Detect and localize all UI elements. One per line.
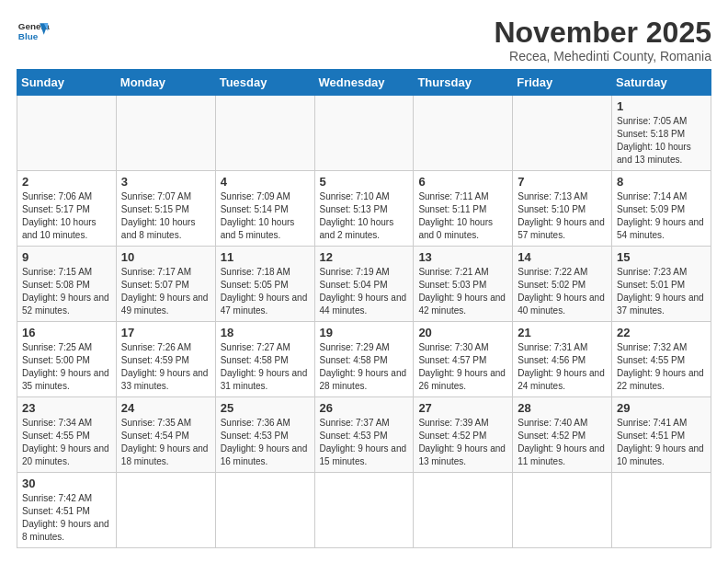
calendar-cell: 28Sunrise: 7:40 AM Sunset: 4:52 PM Dayli… xyxy=(513,397,612,473)
day-number: 24 xyxy=(121,401,210,415)
calendar-cell: 2Sunrise: 7:06 AM Sunset: 5:17 PM Daylig… xyxy=(17,171,117,247)
calendar-cell xyxy=(513,96,612,171)
day-info: Sunrise: 7:31 AM Sunset: 4:56 PM Dayligh… xyxy=(518,341,607,393)
column-header-sunday: Sunday xyxy=(17,70,117,96)
column-header-thursday: Thursday xyxy=(414,70,513,96)
title-area: November 2025 Recea, Mehedinti County, R… xyxy=(494,17,711,63)
column-header-saturday: Saturday xyxy=(612,70,711,96)
day-number: 14 xyxy=(518,250,607,264)
calendar-cell: 29Sunrise: 7:41 AM Sunset: 4:51 PM Dayli… xyxy=(612,397,711,473)
calendar-cell xyxy=(215,473,314,548)
calendar-cell: 9Sunrise: 7:15 AM Sunset: 5:08 PM Daylig… xyxy=(17,247,117,322)
day-info: Sunrise: 7:37 AM Sunset: 4:53 PM Dayligh… xyxy=(320,417,409,468)
calendar-cell xyxy=(612,473,711,548)
day-info: Sunrise: 7:30 AM Sunset: 4:57 PM Dayligh… xyxy=(418,341,507,393)
day-number: 30 xyxy=(22,477,111,490)
day-number: 10 xyxy=(121,250,210,264)
day-info: Sunrise: 7:19 AM Sunset: 5:04 PM Dayligh… xyxy=(320,266,409,317)
calendar-week-row: 23Sunrise: 7:34 AM Sunset: 4:55 PM Dayli… xyxy=(17,397,711,473)
calendar-cell: 27Sunrise: 7:39 AM Sunset: 4:52 PM Dayli… xyxy=(414,397,513,473)
calendar-cell: 15Sunrise: 7:23 AM Sunset: 5:01 PM Dayli… xyxy=(612,247,711,322)
day-number: 17 xyxy=(121,326,210,339)
calendar-cell: 12Sunrise: 7:19 AM Sunset: 5:04 PM Dayli… xyxy=(314,247,414,322)
calendar-cell: 1Sunrise: 7:05 AM Sunset: 5:18 PM Daylig… xyxy=(612,96,711,171)
day-info: Sunrise: 7:36 AM Sunset: 4:53 PM Dayligh… xyxy=(221,417,310,468)
day-number: 13 xyxy=(418,250,507,264)
day-number: 29 xyxy=(617,401,706,415)
day-info: Sunrise: 7:39 AM Sunset: 4:52 PM Dayligh… xyxy=(418,417,507,468)
calendar-cell: 6Sunrise: 7:11 AM Sunset: 5:11 PM Daylig… xyxy=(414,171,513,247)
day-info: Sunrise: 7:06 AM Sunset: 5:17 PM Dayligh… xyxy=(22,190,111,242)
calendar-cell xyxy=(116,473,215,548)
calendar-cell: 26Sunrise: 7:37 AM Sunset: 4:53 PM Dayli… xyxy=(314,397,414,473)
calendar-cell: 14Sunrise: 7:22 AM Sunset: 5:02 PM Dayli… xyxy=(513,247,612,322)
calendar-cell: 3Sunrise: 7:07 AM Sunset: 5:15 PM Daylig… xyxy=(116,171,215,247)
calendar-subtitle: Recea, Mehedinti County, Romania xyxy=(494,49,711,63)
calendar-cell xyxy=(314,96,414,171)
column-header-friday: Friday xyxy=(513,70,612,96)
calendar-title: November 2025 xyxy=(494,17,711,49)
calendar-cell: 20Sunrise: 7:30 AM Sunset: 4:57 PM Dayli… xyxy=(414,322,513,397)
day-number: 15 xyxy=(617,250,706,264)
day-info: Sunrise: 7:34 AM Sunset: 4:55 PM Dayligh… xyxy=(22,417,111,468)
day-info: Sunrise: 7:07 AM Sunset: 5:15 PM Dayligh… xyxy=(121,190,210,242)
day-number: 4 xyxy=(221,175,310,189)
day-number: 22 xyxy=(617,326,706,339)
day-info: Sunrise: 7:22 AM Sunset: 5:02 PM Dayligh… xyxy=(518,266,607,317)
day-info: Sunrise: 7:41 AM Sunset: 4:51 PM Dayligh… xyxy=(617,417,706,468)
calendar-cell: 5Sunrise: 7:10 AM Sunset: 5:13 PM Daylig… xyxy=(314,171,414,247)
day-info: Sunrise: 7:40 AM Sunset: 4:52 PM Dayligh… xyxy=(518,417,607,468)
day-number: 5 xyxy=(320,175,409,189)
day-number: 27 xyxy=(418,401,507,415)
calendar-cell: 13Sunrise: 7:21 AM Sunset: 5:03 PM Dayli… xyxy=(414,247,513,322)
calendar-cell: 23Sunrise: 7:34 AM Sunset: 4:55 PM Dayli… xyxy=(17,397,117,473)
day-info: Sunrise: 7:05 AM Sunset: 5:18 PM Dayligh… xyxy=(617,115,706,167)
calendar-cell: 16Sunrise: 7:25 AM Sunset: 5:00 PM Dayli… xyxy=(17,322,117,397)
calendar-cell xyxy=(314,473,414,548)
calendar-week-row: 30Sunrise: 7:42 AM Sunset: 4:51 PM Dayli… xyxy=(17,473,711,548)
calendar-week-row: 16Sunrise: 7:25 AM Sunset: 5:00 PM Dayli… xyxy=(17,322,711,397)
day-number: 19 xyxy=(320,326,409,339)
day-info: Sunrise: 7:10 AM Sunset: 5:13 PM Dayligh… xyxy=(320,190,409,242)
day-info: Sunrise: 7:14 AM Sunset: 5:09 PM Dayligh… xyxy=(617,190,706,242)
day-number: 20 xyxy=(418,326,507,339)
column-header-wednesday: Wednesday xyxy=(314,70,414,96)
day-number: 7 xyxy=(518,175,607,189)
day-info: Sunrise: 7:18 AM Sunset: 5:05 PM Dayligh… xyxy=(221,266,310,317)
calendar-cell: 8Sunrise: 7:14 AM Sunset: 5:09 PM Daylig… xyxy=(612,171,711,247)
calendar-cell: 21Sunrise: 7:31 AM Sunset: 4:56 PM Dayli… xyxy=(513,322,612,397)
day-number: 1 xyxy=(617,99,706,113)
calendar-week-row: 1Sunrise: 7:05 AM Sunset: 5:18 PM Daylig… xyxy=(17,96,711,171)
calendar-cell xyxy=(215,96,314,171)
day-number: 2 xyxy=(22,175,111,189)
day-info: Sunrise: 7:29 AM Sunset: 4:58 PM Dayligh… xyxy=(320,341,409,393)
calendar-cell: 7Sunrise: 7:13 AM Sunset: 5:10 PM Daylig… xyxy=(513,171,612,247)
calendar-cell: 11Sunrise: 7:18 AM Sunset: 5:05 PM Dayli… xyxy=(215,247,314,322)
day-info: Sunrise: 7:23 AM Sunset: 5:01 PM Dayligh… xyxy=(617,266,706,317)
day-number: 6 xyxy=(418,175,507,189)
logo-svg: General Blue xyxy=(17,17,50,50)
calendar-cell: 17Sunrise: 7:26 AM Sunset: 4:59 PM Dayli… xyxy=(116,322,215,397)
calendar-cell: 22Sunrise: 7:32 AM Sunset: 4:55 PM Dayli… xyxy=(612,322,711,397)
calendar-cell: 30Sunrise: 7:42 AM Sunset: 4:51 PM Dayli… xyxy=(17,473,117,548)
day-number: 3 xyxy=(121,175,210,189)
day-info: Sunrise: 7:11 AM Sunset: 5:11 PM Dayligh… xyxy=(418,190,507,242)
calendar-cell xyxy=(116,96,215,171)
day-number: 11 xyxy=(221,250,310,264)
day-number: 12 xyxy=(320,250,409,264)
logo: General Blue xyxy=(17,17,50,50)
calendar-cell: 25Sunrise: 7:36 AM Sunset: 4:53 PM Dayli… xyxy=(215,397,314,473)
column-header-tuesday: Tuesday xyxy=(215,70,314,96)
day-number: 28 xyxy=(518,401,607,415)
day-number: 23 xyxy=(22,401,111,415)
day-number: 18 xyxy=(221,326,310,339)
day-info: Sunrise: 7:09 AM Sunset: 5:14 PM Dayligh… xyxy=(221,190,310,242)
day-number: 25 xyxy=(221,401,310,415)
calendar-cell: 18Sunrise: 7:27 AM Sunset: 4:58 PM Dayli… xyxy=(215,322,314,397)
day-info: Sunrise: 7:27 AM Sunset: 4:58 PM Dayligh… xyxy=(221,341,310,393)
calendar-header-row: SundayMondayTuesdayWednesdayThursdayFrid… xyxy=(17,70,711,96)
day-info: Sunrise: 7:26 AM Sunset: 4:59 PM Dayligh… xyxy=(121,341,210,393)
calendar-week-row: 2Sunrise: 7:06 AM Sunset: 5:17 PM Daylig… xyxy=(17,171,711,247)
header: General Blue November 2025 Recea, Mehedi… xyxy=(17,17,711,63)
day-number: 26 xyxy=(320,401,409,415)
